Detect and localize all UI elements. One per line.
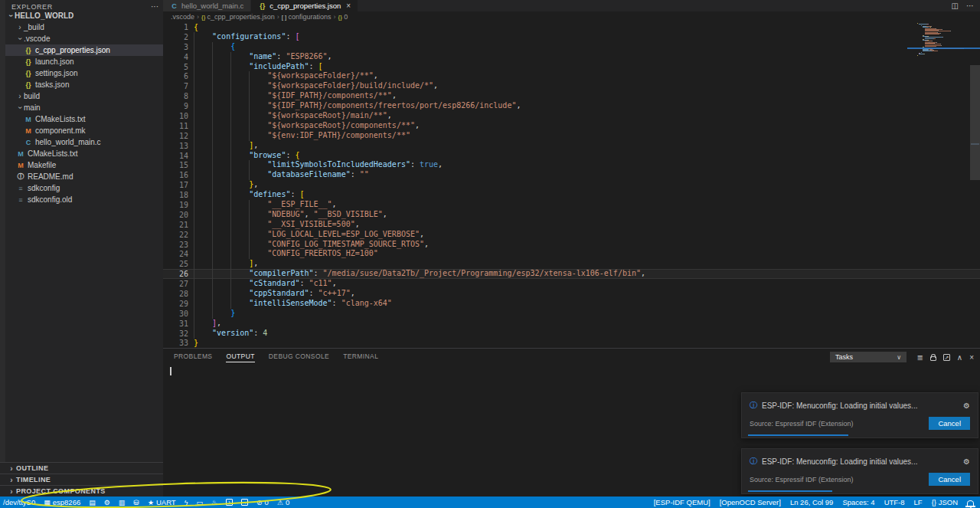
code-line-14[interactable]: 14"browse": { bbox=[163, 151, 980, 161]
code-line-6[interactable]: 6"${workspaceFolder}/**", bbox=[163, 71, 980, 81]
encoding[interactable]: UTF-8 bbox=[884, 498, 905, 506]
tab-hello-world-main-c[interactable]: Chello_world_main.c bbox=[163, 0, 250, 11]
tab-c-cpp-properties-json[interactable]: {}c_cpp_properties.json× bbox=[251, 0, 358, 11]
eol[interactable]: LF bbox=[914, 498, 923, 506]
breadcrumb-item[interactable]: {} c_cpp_properties.json bbox=[201, 13, 275, 21]
code-line-10[interactable]: 10"${workspaceRoot}/main/**", bbox=[163, 111, 980, 121]
code-line-13[interactable]: 13], bbox=[163, 141, 980, 151]
explorer-item-cmakelists-txt[interactable]: MCMakeLists.txt bbox=[5, 148, 163, 159]
code-line-3[interactable]: 3{ bbox=[163, 42, 980, 52]
menuconfig-gear-icon[interactable]: ⚙ bbox=[104, 499, 110, 506]
open-in-editor-icon[interactable]: ↗ bbox=[943, 354, 950, 361]
cancel-button[interactable]: Cancel bbox=[929, 417, 970, 430]
activity-bar[interactable] bbox=[0, 0, 5, 497]
code-line-7[interactable]: 7"${workspaceFolder}/build/include/*", bbox=[163, 81, 980, 91]
explorer-item-main[interactable]: ›main bbox=[5, 102, 163, 113]
lock-icon[interactable] bbox=[930, 353, 936, 361]
cursor-position[interactable]: Ln 26, Col 99 bbox=[790, 498, 834, 506]
panel-tab-terminal[interactable]: TERMINAL bbox=[343, 352, 378, 362]
explorer-item-component-mk[interactable]: Mcomponent.mk bbox=[5, 125, 163, 136]
project-folder-icon[interactable]: ▤ bbox=[89, 499, 96, 506]
code-line-20[interactable]: 20"NDEBUG", "__BSD_VISIBLE", bbox=[163, 210, 980, 220]
problems-errors[interactable]: ⊘0 bbox=[256, 498, 269, 506]
code-line-30[interactable]: 30} bbox=[163, 309, 980, 319]
panel-tab-output[interactable]: OUTPUT bbox=[226, 352, 254, 362]
sidebar-section-timeline[interactable]: ›TIMELINE bbox=[0, 474, 163, 485]
minimap[interactable] bbox=[917, 23, 966, 60]
explorer-item-settings-json[interactable]: {}settings.json bbox=[5, 67, 163, 79]
monitor-icon[interactable]: ▭ bbox=[196, 499, 203, 506]
code-line-18[interactable]: 18"defines": [ bbox=[163, 190, 980, 200]
maximize-panel-icon[interactable]: ∧ bbox=[957, 353, 962, 362]
terminal-box-icon[interactable]: › bbox=[226, 499, 233, 506]
code-line-27[interactable]: 27"cStandard": "c11", bbox=[163, 279, 980, 289]
breadcrumb-item[interactable]: {} 0 bbox=[338, 13, 348, 21]
explorer-item-sdkconfig-old[interactable]: ≡sdkconfig.old bbox=[5, 194, 163, 205]
code-line-11[interactable]: 11"${workspaceRoot}/components/**", bbox=[163, 121, 980, 131]
sidebar-section-project-components[interactable]: ›PROJECT COMPONENTS bbox=[0, 485, 163, 497]
code-line-22[interactable]: 22"LOG_LOCAL_LEVEL=ESP_LOG_VERBOSE", bbox=[163, 230, 980, 240]
code-line-19[interactable]: 19"__ESP_FILE__", bbox=[163, 200, 980, 210]
explorer-item-sdkconfig[interactable]: ≡sdkconfig bbox=[5, 182, 163, 194]
explorer-item-launch-json[interactable]: {}launch.json bbox=[5, 56, 163, 67]
explorer-item-hello-world-main-c[interactable]: Chello_world_main.c bbox=[5, 136, 163, 148]
code-line-5[interactable]: 5"includePath": [ bbox=[163, 62, 980, 72]
gear-icon[interactable]: ⚙ bbox=[963, 457, 970, 466]
code-line-16[interactable]: 16"databaseFilename": "" bbox=[163, 170, 980, 180]
code-line-24[interactable]: 24"CONFIG_FREERTOS_HZ=100" bbox=[163, 249, 980, 259]
notifications-bell-icon[interactable] bbox=[967, 499, 974, 506]
sidebar-section-outline[interactable]: ›OUTLINE bbox=[0, 462, 163, 474]
explorer-item-makefile[interactable]: MMakefile bbox=[5, 159, 163, 171]
code-line-2[interactable]: 2"configurations": [ bbox=[163, 32, 980, 42]
panel-tab-debug-console[interactable]: DEBUG CONSOLE bbox=[269, 352, 329, 362]
code-editor[interactable]: 1{2"configurations": [3{4"name": "ESP826… bbox=[163, 22, 980, 348]
cancel-button[interactable]: Cancel bbox=[929, 473, 970, 486]
panel-tab-problems[interactable]: PROBLEMS bbox=[174, 352, 212, 362]
problems-warnings[interactable]: ⚠0 bbox=[277, 498, 289, 506]
code-line-8[interactable]: 8"${IDF_PATH}/components/**", bbox=[163, 91, 980, 101]
explorer-item-c-cpp-properties-json[interactable]: {}c_cpp_properties.json bbox=[5, 44, 163, 56]
explorer-item-cmakelists-txt[interactable]: MCMakeLists.txt bbox=[5, 113, 163, 125]
close-icon[interactable]: × bbox=[346, 2, 351, 10]
code-line-1[interactable]: 1{ bbox=[163, 22, 980, 32]
language-mode[interactable]: {} JSON bbox=[932, 498, 958, 506]
build-icon[interactable]: ⛁ bbox=[133, 499, 139, 506]
editor-scrollbar[interactable] bbox=[970, 65, 980, 180]
explorer-item-readme-md[interactable]: ⓘREADME.md bbox=[5, 171, 163, 182]
breadcrumb-item[interactable]: [ ] configurations bbox=[282, 13, 332, 21]
device-target-chip-icon[interactable]: ▦esp8266 bbox=[44, 498, 80, 506]
flash-bolt-icon[interactable]: ϟ bbox=[185, 499, 188, 506]
code-line-28[interactable]: 28"cppStandard": "c++17", bbox=[163, 289, 980, 299]
qemu-status[interactable]: [ESP-IDF QEMU] bbox=[654, 498, 710, 506]
explorer-item--vscode[interactable]: ›.vscode bbox=[5, 33, 163, 44]
code-line-23[interactable]: 23"CONFIG_LOG_TIMESTAMP_SOURCE_RTOS", bbox=[163, 240, 980, 250]
code-line-12[interactable]: 12"${env:IDF_PATH}/components/**" bbox=[163, 131, 980, 141]
code-line-31[interactable]: 31], bbox=[163, 319, 980, 329]
code-line-17[interactable]: 17}, bbox=[163, 180, 980, 190]
openocd-status[interactable]: [OpenOCD Server] bbox=[720, 498, 781, 506]
code-line-4[interactable]: 4"name": "ESP8266", bbox=[163, 52, 980, 62]
code-line-25[interactable]: 25], bbox=[163, 259, 980, 269]
breadcrumb-item[interactable]: .vscode bbox=[171, 13, 194, 21]
explorer-item-tasks-json[interactable]: {}tasks.json bbox=[5, 79, 163, 90]
output-channel-dropdown[interactable]: Tasks ∨ bbox=[830, 352, 906, 362]
code-line-21[interactable]: 21"__XSI_VISIBLE=500", bbox=[163, 220, 980, 230]
split-editor-icon[interactable]: ◫ bbox=[952, 2, 959, 10]
full-clean-trash-icon[interactable]: ▥ bbox=[119, 499, 126, 506]
workspace-root-folder[interactable]: › HELLO_WORLD bbox=[5, 10, 163, 21]
more-actions-icon[interactable]: ⋯ bbox=[966, 2, 974, 10]
code-line-32[interactable]: 32"version": 4 bbox=[163, 329, 980, 339]
code-line-9[interactable]: 9"${IDF_PATH}/components/freertos/port/e… bbox=[163, 101, 980, 111]
indentation[interactable]: Spaces: 4 bbox=[842, 498, 874, 506]
run-box-icon[interactable]: → bbox=[241, 499, 248, 506]
output-list-icon[interactable]: ≣ bbox=[916, 353, 923, 362]
flash-method-uart[interactable]: ★UART bbox=[148, 498, 176, 506]
gear-icon[interactable]: ⚙ bbox=[963, 401, 970, 410]
code-line-26[interactable]: 26"compilerPath": "/media/suse/Data2Tb/_… bbox=[163, 269, 980, 279]
close-panel-icon[interactable]: × bbox=[969, 353, 974, 362]
code-line-15[interactable]: 15"limitSymbolsToIncludedHeaders": true, bbox=[163, 160, 980, 170]
explorer-item--build[interactable]: ›_build bbox=[5, 21, 163, 33]
serial-port[interactable]: /dev/ttyS0 bbox=[3, 498, 35, 506]
code-line-29[interactable]: 29"intelliSenseMode": "clang-x64" bbox=[163, 299, 980, 309]
code-line-33[interactable]: 33} bbox=[163, 339, 980, 349]
